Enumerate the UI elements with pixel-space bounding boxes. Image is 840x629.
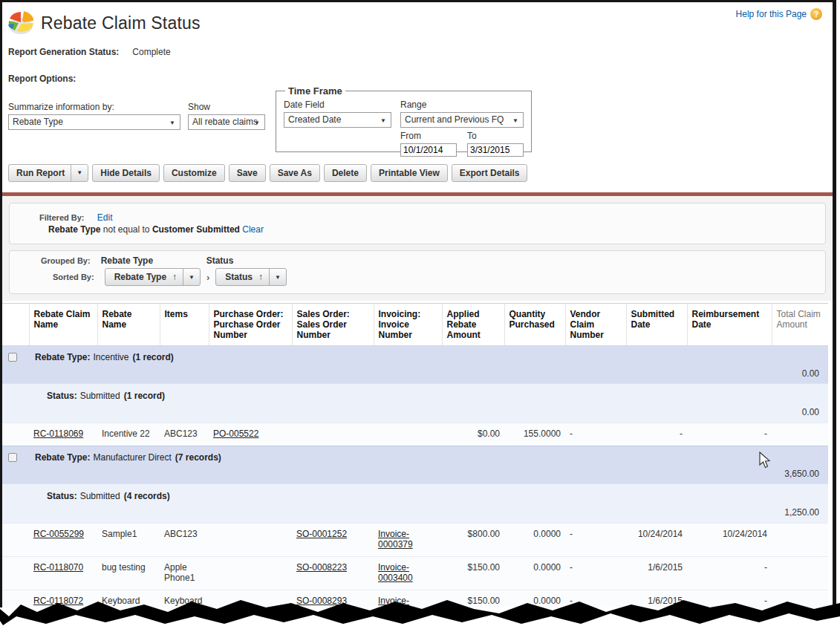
filter-field: Rebate Type [48, 224, 100, 235]
chevron-down-icon: ▼ [169, 116, 175, 130]
cell-sales-order: SO-0008293 [292, 590, 374, 608]
status-header-row: Status:Submitted(4 records)1,250.00 [2, 484, 828, 524]
sales-order-link[interactable]: SO-0008223 [296, 562, 347, 573]
to-date-input[interactable] [467, 143, 524, 157]
column-header: Rebate Name [97, 304, 160, 346]
band-value: Submitted [80, 391, 120, 401]
page-header: Rebate Claim Status Help for this Page ? [2, 7, 833, 36]
column-header: Invoicing: Invoice Number [374, 304, 442, 346]
group-checkbox[interactable] [8, 453, 17, 462]
cell-reimbursement-date: - [687, 423, 772, 446]
report-pie-icon [7, 10, 35, 36]
band-prefix: Rebate Type: [35, 352, 90, 362]
to-label: To [467, 131, 524, 141]
chevron-down-icon: ▼ [254, 116, 260, 130]
column-header: Vendor Claim Number [565, 304, 626, 346]
invoice-link[interactable]: Invoice-0003407 [378, 596, 413, 607]
delete-button[interactable]: Delete [324, 164, 367, 182]
grouping-box: Grouped By: Rebate Type Status Sorted By… [9, 250, 826, 294]
column-header: Total Claim Amount [772, 304, 828, 346]
from-control: From [400, 131, 457, 157]
sales-order-link[interactable]: SO-0008293 [296, 596, 347, 606]
range-label: Range [400, 100, 524, 110]
band-prefix: Rebate Type: [35, 452, 90, 463]
cell-vendor-claim: - [565, 557, 626, 590]
run-report-button[interactable]: Run Report ▼ [8, 164, 88, 182]
table-row: RC-0118069Incentive 22ABC123PO-005522$0.… [2, 423, 828, 446]
claim-link[interactable]: RC-0118072 [33, 596, 83, 606]
from-date-input[interactable] [400, 143, 457, 157]
save-as-button[interactable]: Save As [270, 164, 320, 182]
claim-link[interactable]: RC-0118069 [33, 428, 83, 439]
to-control: To [467, 131, 524, 157]
cell-rebate-name: Keyboard Rebate [97, 590, 160, 608]
cell-checkbox-spacer [2, 590, 29, 608]
group-band-label: Rebate Type:Incentive(1 record) [8, 352, 822, 362]
band-count: (7 records) [175, 452, 221, 463]
group-header-row: Rebate Type:Incentive(1 record)0.00 [2, 346, 828, 384]
chevron-down-icon[interactable]: ▼ [269, 269, 286, 285]
purchase-order-link[interactable]: PO-005522 [213, 428, 258, 439]
cell-invoice: Invoice-0003407 [374, 590, 442, 608]
edit-filter-link[interactable]: Edit [97, 212, 113, 223]
band-count: (4 records) [124, 491, 170, 501]
clear-filter-link[interactable]: Clear [242, 224, 264, 235]
page-title: Rebate Claim Status [41, 13, 201, 33]
chevron-down-icon: ▼ [512, 114, 518, 128]
invoice-link[interactable]: Invoice-0000379 [378, 529, 413, 550]
export-details-button[interactable]: Export Details [452, 164, 528, 182]
show-control: Show All rebate claims ▼ [188, 85, 265, 130]
filter-panel: Filtered By: Edit Rebate Type not equal … [2, 196, 833, 301]
cell-checkbox-spacer [2, 524, 29, 557]
status-total: 0.00 [8, 401, 822, 419]
sales-order-link[interactable]: SO-0001252 [296, 529, 347, 539]
generation-status: Report Generation Status:Complete [2, 36, 833, 57]
cell-submitted-date: 10/24/2014 [626, 524, 687, 557]
claim-link[interactable]: RC-0055299 [33, 529, 84, 539]
claim-link[interactable]: RC-0118070 [33, 562, 83, 573]
customize-button[interactable]: Customize [163, 164, 225, 182]
filter-operator: not equal to [103, 224, 150, 235]
summarize-label: Summarize information by: [8, 102, 180, 112]
sort-asc-icon: ↑ [172, 272, 177, 282]
grouped-by-label: Grouped By: [41, 256, 91, 265]
group-checkbox[interactable] [8, 353, 17, 362]
band-value: Incentive [93, 352, 128, 362]
range-control: Range Current and Previous FQ ▼ From [400, 100, 524, 157]
show-select[interactable]: All rebate claims ▼ [188, 114, 265, 130]
chevron-down-icon[interactable]: ▼ [183, 269, 200, 285]
chevron-down-icon: ▼ [380, 114, 386, 128]
cell-quantity: 0.0000 [504, 524, 565, 557]
range-select[interactable]: Current and Previous FQ ▼ [400, 112, 524, 128]
time-frame-legend: Time Frame [285, 85, 345, 97]
invoice-link[interactable]: Invoice-0003400 [378, 562, 413, 583]
save-button[interactable]: Save [229, 164, 266, 182]
date-field-label: Date Field [284, 100, 391, 110]
filtered-by-box: Filtered By: Edit Rebate Type not equal … [9, 203, 826, 244]
cell-rebate-name: Sample1 [97, 524, 160, 557]
band-value: Submitted [80, 491, 120, 501]
cell-invoice: Invoice-0000379 [374, 524, 442, 557]
cell-sales-order: SO-0008223 [292, 557, 374, 590]
help-icon[interactable]: ? [810, 8, 822, 20]
cell-reimbursement-date: 10/24/2014 [687, 524, 772, 557]
cell-items: Apple Phone1 [160, 557, 209, 590]
time-frame-fieldset: Time Frame Date Field Created Date ▼ Ran… [276, 85, 532, 152]
hide-details-button[interactable]: Hide Details [92, 164, 160, 182]
cell-total-claim [772, 590, 828, 608]
help-link[interactable]: Help for this Page [736, 9, 807, 19]
cell-rebate-name: Incentive 22 [97, 423, 160, 446]
generation-status-label: Report Generation Status: [8, 47, 119, 57]
date-field-select[interactable]: Created Date ▼ [284, 112, 391, 128]
sort-group1-button[interactable]: Rebate Type↑ ▼ [105, 268, 201, 286]
summarize-select[interactable]: Rebate Type ▼ [8, 114, 180, 130]
column-header: Quantity Purchased [504, 304, 565, 346]
cell-checkbox-spacer [2, 557, 29, 590]
group1-name: Rebate Type [101, 255, 196, 266]
table-row: RC-0118070bug testingApple Phone1SO-0008… [2, 557, 828, 590]
cell-purchase-order [209, 524, 292, 557]
sort-group2-button[interactable]: Status↑ ▼ [215, 268, 287, 286]
band-value: Manufacturer Direct [93, 452, 171, 463]
printable-view-button[interactable]: Printable View [371, 164, 448, 182]
chevron-down-icon[interactable]: ▼ [71, 165, 88, 181]
